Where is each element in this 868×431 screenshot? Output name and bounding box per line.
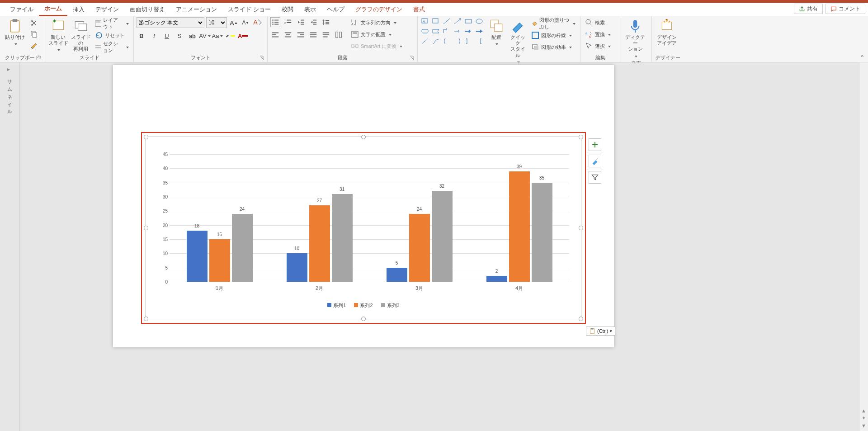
tab-file[interactable]: ファイル	[5, 3, 39, 16]
text-align-button[interactable]: 文字の配置	[349, 29, 404, 40]
underline-button[interactable]: U	[162, 31, 172, 41]
tab-animations[interactable]: アニメーション	[170, 3, 222, 16]
legend-item[interactable]: 系列3	[381, 302, 400, 309]
smartart-button[interactable]: SmartArt に変換	[349, 41, 404, 52]
paste-options-button[interactable]: (Ctrl) ▾	[586, 327, 615, 336]
resize-handle[interactable]	[144, 226, 148, 230]
bar[interactable]: 15	[209, 239, 230, 282]
resize-handle[interactable]	[361, 317, 366, 321]
resize-handle[interactable]	[144, 317, 148, 321]
chart-object[interactable]: 051015202530354045 1815241月1027312月52432…	[141, 132, 586, 324]
shapes-gallery[interactable]: A	[420, 17, 485, 46]
thumbnail-panel[interactable]: ▸ サムネイル	[0, 62, 20, 431]
shape-effects-button[interactable]: 図形の効果	[529, 42, 577, 52]
dialog-launcher-icon[interactable]	[37, 56, 42, 61]
indent-inc-button[interactable]	[308, 17, 318, 27]
italic-button[interactable]: I	[149, 31, 159, 41]
increase-font-button[interactable]: A▲	[229, 18, 239, 28]
legend-item[interactable]: 系列2	[354, 302, 373, 309]
strike-button[interactable]: S	[175, 31, 184, 41]
bar[interactable]: 27	[309, 205, 330, 282]
tab-help[interactable]: ヘルプ	[321, 3, 350, 16]
tab-view[interactable]: 表示	[299, 3, 321, 16]
bar[interactable]: 24	[232, 214, 253, 282]
collapse-ribbon-button[interactable]: ^	[856, 52, 868, 62]
bullets-button[interactable]	[270, 17, 280, 27]
tab-format[interactable]: 書式	[408, 3, 430, 16]
chart-plot-area[interactable]: 051015202530354045 1815241月1027312月52432…	[146, 137, 581, 319]
shape-fill-button[interactable]: 図形の塗りつぶし	[529, 18, 577, 29]
bar[interactable]: 31	[332, 194, 353, 282]
bar[interactable]: 32	[432, 191, 453, 282]
char-spacing-button[interactable]: AV	[200, 31, 210, 41]
scroll-down-icon[interactable]: ▼	[861, 423, 866, 428]
bold-button[interactable]: B	[137, 31, 146, 41]
resize-handle[interactable]	[579, 226, 583, 230]
align-center-button[interactable]	[283, 30, 293, 40]
dialog-launcher-icon[interactable]	[409, 56, 415, 61]
clear-format-button[interactable]: A	[252, 18, 262, 28]
tab-transitions[interactable]: 画面切り替え	[124, 3, 170, 16]
chart-styles-button[interactable]	[589, 155, 601, 167]
chart-filter-button[interactable]	[589, 171, 601, 184]
align-justify-button[interactable]	[308, 30, 318, 40]
select-button[interactable]: 選択	[583, 41, 613, 52]
tab-home[interactable]: ホーム	[39, 3, 67, 16]
align-right-button[interactable]	[296, 30, 306, 40]
bar[interactable]: 2	[486, 276, 507, 282]
line-spacing-button[interactable]	[321, 17, 331, 27]
legend-item[interactable]: 系列1	[327, 302, 346, 309]
slide[interactable]: 051015202530354045 1815241月1027312月52432…	[113, 65, 614, 347]
bar[interactable]: 5	[387, 268, 407, 282]
tab-slideshow[interactable]: スライド ショー	[222, 3, 276, 16]
tab-chart-design[interactable]: グラフのデザイン	[350, 3, 408, 16]
bar[interactable]: 10	[287, 253, 307, 282]
shape-outline-button[interactable]: 図形の枠線	[529, 30, 577, 41]
bar[interactable]: 39	[509, 171, 530, 282]
scroll-up-icon[interactable]: ▲	[861, 408, 866, 413]
bar[interactable]: 35	[532, 183, 552, 282]
comment-button[interactable]: コメント	[826, 4, 865, 14]
columns-button[interactable]	[334, 30, 344, 40]
share-button[interactable]: 共有	[794, 4, 823, 14]
font-size-select[interactable]: 10	[206, 17, 227, 28]
section-button[interactable]: セクション	[93, 42, 131, 52]
design-ideas-button[interactable]: デザイン アイデア	[655, 17, 679, 46]
replace-button[interactable]: ac置換	[583, 29, 613, 40]
resize-handle[interactable]	[144, 135, 148, 139]
vertical-scrollbar[interactable]: ▲ ✦ ▼	[859, 62, 868, 431]
resize-handle[interactable]	[579, 135, 583, 139]
copy-button[interactable]	[29, 29, 39, 39]
dialog-launcher-icon[interactable]	[259, 56, 264, 61]
shadow-button[interactable]: ab	[187, 31, 197, 41]
distribute-button[interactable]	[321, 30, 331, 40]
cut-button[interactable]	[29, 18, 39, 28]
reset-button[interactable]: リセット	[93, 30, 131, 41]
resize-handle[interactable]	[579, 317, 583, 321]
font-name-select[interactable]: 游ゴシック 本文	[137, 17, 204, 28]
expand-thumb-icon[interactable]: ▸	[7, 66, 10, 72]
arrange-button[interactable]: 配置	[486, 17, 506, 47]
slide-canvas[interactable]: 051015202530354045 1815241月1027312月52432…	[20, 62, 858, 431]
format-painter-button[interactable]	[29, 40, 39, 50]
tab-insert[interactable]: 挿入	[67, 3, 90, 16]
align-left-button[interactable]	[270, 30, 280, 40]
tab-review[interactable]: 校閲	[276, 3, 299, 16]
bar[interactable]: 18	[187, 231, 208, 282]
highlight-button[interactable]	[225, 31, 235, 41]
numbering-button[interactable]: 12	[283, 17, 293, 27]
tab-design[interactable]: デザイン	[90, 3, 124, 16]
layout-button[interactable]: レイアウト	[93, 18, 131, 29]
text-direction-button[interactable]: IA文字列の方向	[349, 17, 404, 28]
resize-handle[interactable]	[361, 135, 366, 139]
decrease-font-button[interactable]: A▼	[241, 18, 250, 28]
chart-elements-button[interactable]	[589, 138, 601, 151]
quick-styles-button[interactable]: クイック スタイル	[508, 17, 528, 65]
indent-dec-button[interactable]	[296, 17, 306, 27]
fit-icon[interactable]: ✦	[862, 415, 866, 421]
change-case-button[interactable]: Aa	[212, 31, 222, 41]
reuse-slides-button[interactable]: スライドの 再利用	[71, 17, 91, 52]
paste-button[interactable]: 貼り付け	[3, 17, 27, 47]
font-color-button[interactable]: A	[238, 31, 248, 41]
bar[interactable]: 24	[409, 214, 430, 282]
